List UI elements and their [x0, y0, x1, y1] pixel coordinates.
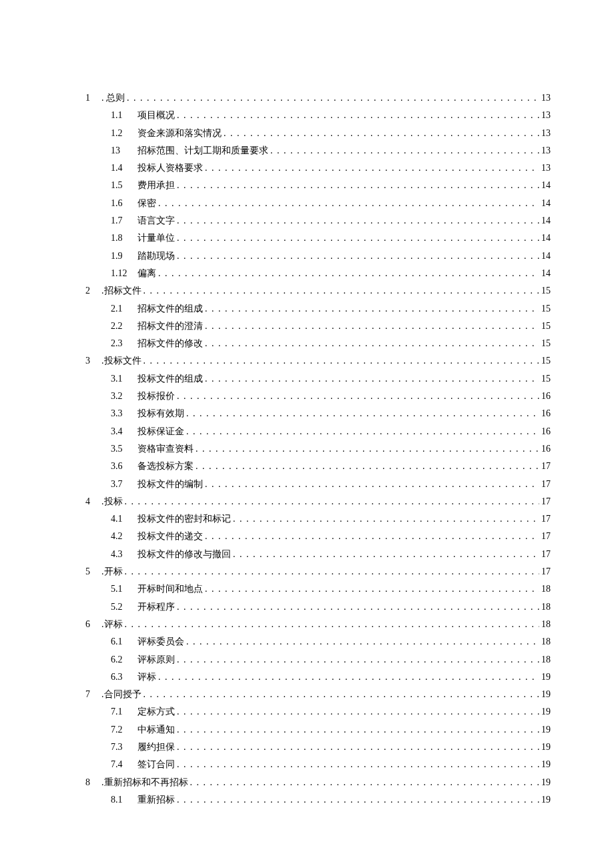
toc-entry: 6.2评标原则18 — [111, 655, 551, 665]
toc-entry: 3.6备选投标方案17 — [111, 462, 551, 471]
toc-entry-title: 招标文件的组成 — [137, 304, 203, 314]
toc-entry-page: 13 — [541, 129, 551, 138]
toc-entry-title: 投标有效期 — [137, 409, 184, 418]
toc-leader-dots — [177, 181, 539, 190]
toc-entry: 6.3评标19 — [111, 673, 551, 682]
toc-entry-number: 1.7 — [111, 216, 137, 226]
toc-entry: 4 .投标17 — [85, 497, 551, 506]
toc-entry-title: 开标时间和地点 — [137, 584, 203, 594]
toc-entry-title: 投标文件的组成 — [137, 374, 203, 384]
toc-leader-dots — [125, 620, 540, 629]
toc-entry: 1 . 总则13 — [85, 93, 551, 103]
toc-entry-title: 开标程序 — [137, 602, 175, 612]
toc-entry-number: 8 — [85, 778, 101, 787]
toc-leader-dots — [143, 690, 540, 699]
toc-entry-number: 3.2 — [111, 392, 137, 401]
toc-entry-number: 1.12 — [111, 269, 137, 278]
toc-entry-page: 17 — [541, 514, 551, 524]
toc-entry-number: 3.3 — [111, 409, 137, 418]
toc-entry-title: 投标报价 — [137, 392, 175, 401]
toc-entry-title: 投标文件的递交 — [137, 532, 203, 541]
toc-leader-dots — [158, 269, 539, 278]
toc-entry-number: 7 — [85, 690, 101, 699]
toc-entry: 3.2投标报价16 — [111, 392, 551, 401]
toc-leader-dots — [190, 778, 540, 787]
toc-entry-page: 13 — [541, 93, 551, 103]
toc-entry-title: 计量单位 — [137, 234, 175, 243]
toc-leader-dots — [177, 252, 539, 261]
toc-entry-page: 13 — [541, 111, 551, 120]
toc-leader-dots — [177, 707, 539, 717]
table-of-contents: 1 . 总则131.1项目概况131.2资金来源和落实情况1313 招标范围、计… — [85, 93, 551, 805]
toc-entry-number: 13 — [111, 146, 137, 155]
toc-leader-dots — [196, 462, 539, 471]
toc-entry-number: 2 — [85, 286, 101, 296]
toc-entry-number: 1.6 — [111, 199, 137, 208]
toc-entry: 3.5资格审查资料16 — [111, 444, 551, 454]
toc-entry-title: 招标文件的修改 — [137, 339, 203, 348]
toc-leader-dots — [205, 163, 539, 173]
toc-leader-dots — [158, 673, 539, 682]
toc-entry-page: 17 — [541, 480, 551, 489]
toc-entry: 2 .招标文件15 — [85, 286, 551, 296]
toc-entry-page: 15 — [541, 356, 551, 366]
toc-entry-page: 17 — [541, 567, 551, 576]
toc-entry-title: 签订合同 — [137, 760, 175, 769]
toc-leader-dots — [177, 111, 539, 120]
toc-entry-page: 19 — [541, 760, 551, 769]
toc-entry: 6 .评标18 — [85, 620, 551, 629]
toc-entry-title: 投标人资格要求 — [137, 163, 203, 173]
toc-entry-title: 备选投标方案 — [137, 462, 194, 471]
toc-entry-title: 评标 — [137, 673, 156, 682]
toc-entry-page: 16 — [541, 409, 551, 418]
toc-entry-page: 17 — [541, 462, 551, 471]
toc-entry-title: 语言文字 — [137, 216, 175, 226]
toc-entry-title: 费用承担 — [137, 181, 175, 190]
toc-entry-page: 19 — [541, 725, 551, 735]
toc-entry: 1.7语言文字14 — [111, 216, 551, 226]
toc-leader-dots — [177, 216, 539, 226]
toc-leader-dots — [177, 234, 539, 243]
toc-entry-title: 投标文件的密封和标记 — [137, 514, 231, 524]
toc-entry: 1.6保密14 — [111, 199, 551, 208]
toc-entry-page: 17 — [541, 497, 551, 506]
toc-entry-title: 偏离 — [137, 269, 156, 278]
toc-entry-page: 15 — [541, 322, 551, 331]
toc-entry: 1.1项目概况13 — [111, 111, 551, 120]
toc-entry-title: 投标保证金 — [137, 427, 184, 436]
toc-entry-page: 14 — [541, 234, 551, 243]
toc-entry-page: 16 — [541, 444, 551, 454]
toc-entry: 8.1重新招标19 — [111, 795, 551, 805]
toc-entry-number: 1.1 — [111, 111, 137, 120]
toc-entry: 1.4投标人资格要求13 — [111, 163, 551, 173]
toc-leader-dots — [205, 322, 539, 331]
toc-entry-title: 项目概况 — [137, 111, 175, 120]
toc-leader-dots — [186, 409, 539, 418]
toc-entry-title: 评标原则 — [137, 655, 175, 665]
toc-entry-title: .评标 — [101, 620, 123, 629]
toc-entry-number: 3 — [85, 356, 101, 366]
toc-entry-number: 5 — [85, 567, 101, 576]
toc-leader-dots — [205, 374, 539, 384]
toc-entry-page: 18 — [541, 655, 551, 665]
toc-entry-number: 3.4 — [111, 427, 137, 436]
toc-entry-number: 3.6 — [111, 462, 137, 471]
toc-entry: 7.2中标通知19 — [111, 725, 551, 735]
toc-leader-dots — [125, 567, 540, 576]
toc-entry-number: 2.3 — [111, 339, 137, 348]
toc-entry-page: 13 — [541, 163, 551, 173]
toc-entry-number: 6.3 — [111, 673, 137, 682]
toc-entry: 2.2招标文件的澄清15 — [111, 322, 551, 331]
toc-leader-dots — [177, 725, 539, 735]
toc-entry-page: 19 — [541, 690, 551, 699]
toc-entry-page: 14 — [541, 216, 551, 226]
toc-leader-dots — [205, 304, 539, 314]
toc-entry-number: 1.9 — [111, 252, 137, 261]
toc-entry: 3.7投标文件的编制17 — [111, 480, 551, 489]
toc-entry: 5 .开标17 — [85, 567, 551, 576]
toc-entry: 4.1投标文件的密封和标记17 — [111, 514, 551, 524]
toc-entry-title: 资格审查资料 — [137, 444, 194, 454]
toc-leader-dots — [177, 795, 539, 805]
toc-entry-number: 1.4 — [111, 163, 137, 173]
toc-entry-number: 4.2 — [111, 532, 137, 541]
